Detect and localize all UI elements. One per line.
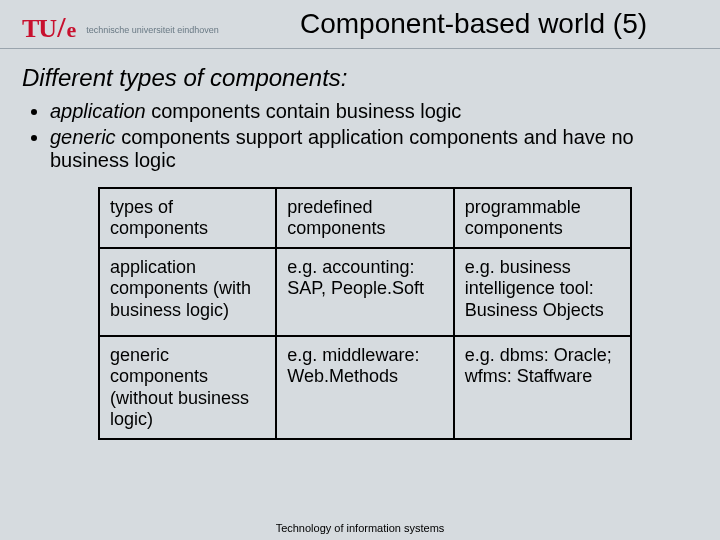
list-item: application components contain business … — [50, 100, 698, 124]
table-cell: e.g. business intelligence tool: Busines… — [454, 248, 631, 336]
bullet-emphasis: generic — [50, 126, 116, 148]
table-cell: predefined components — [276, 188, 453, 248]
table-row: types of components predefined component… — [99, 188, 631, 248]
bullet-emphasis: application — [50, 100, 146, 122]
slide: TU / e technische universiteit eindhoven… — [0, 0, 720, 540]
tue-logo: TU / e technische universiteit eindhoven — [22, 10, 219, 44]
table-cell: types of components — [99, 188, 276, 248]
logo-slash-icon: / — [57, 10, 65, 44]
table-row: application components (with business lo… — [99, 248, 631, 336]
list-item: generic components support application c… — [50, 126, 698, 173]
content-subtitle: Different types of components: — [22, 64, 698, 92]
bullet-text: components contain business logic — [146, 100, 462, 122]
slide-content: Different types of components: applicati… — [0, 50, 720, 440]
slide-footer: Technology of information systems — [0, 522, 720, 534]
table-row: generic components (without business log… — [99, 336, 631, 439]
table-cell: e.g. dbms: Oracle; wfms: Staffware — [454, 336, 631, 439]
table-cell: e.g. middleware: Web.Methods — [276, 336, 453, 439]
table-cell: application components (with business lo… — [99, 248, 276, 336]
logo-subtitle: technische universiteit eindhoven — [86, 25, 219, 35]
component-table: types of components predefined component… — [98, 187, 632, 440]
header-divider — [0, 48, 720, 49]
bullet-text: components support application component… — [50, 126, 634, 172]
logo-e: e — [66, 17, 76, 43]
table-cell: programmable components — [454, 188, 631, 248]
slide-header: TU / e technische universiteit eindhoven… — [0, 0, 720, 50]
table-cell: generic components (without business log… — [99, 336, 276, 439]
table-cell: e.g. accounting: SAP, People.Soft — [276, 248, 453, 336]
logo-tu: TU — [22, 14, 56, 44]
bullet-list: application components contain business … — [22, 100, 698, 173]
component-table-wrap: types of components predefined component… — [98, 187, 632, 440]
slide-title: Component-based world (5) — [300, 8, 647, 40]
